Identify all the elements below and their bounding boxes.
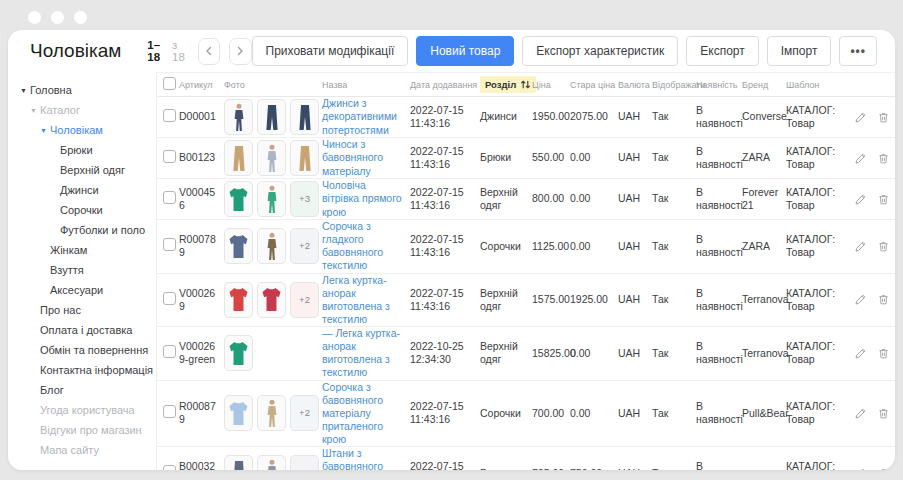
delete-icon[interactable] <box>877 152 890 165</box>
product-photo-thumbnail <box>257 181 286 217</box>
delete-icon[interactable] <box>877 467 890 470</box>
edit-icon[interactable] <box>854 407 867 420</box>
row-checkbox[interactable] <box>163 109 176 122</box>
row-checkbox[interactable] <box>163 238 176 251</box>
row-checkbox[interactable] <box>163 150 176 163</box>
sidebar-item[interactable]: ▼ Брюки <box>8 140 156 160</box>
sidebar-item[interactable]: ▼ Контактна інформація <box>8 360 156 380</box>
page-title: Чоловікам <box>30 40 121 62</box>
row-price: 700.00 <box>532 407 570 420</box>
edit-icon[interactable] <box>854 347 867 360</box>
column-header-section[interactable]: Розділ <box>480 76 532 93</box>
row-photos: +2 <box>224 395 317 431</box>
sidebar-item[interactable]: ▼ Футболки и поло <box>8 220 156 240</box>
product-name-link[interactable]: Сорочка з бавовняного матеріалу притален… <box>322 381 383 446</box>
sidebar-item[interactable]: ▼ Про нас <box>8 300 156 320</box>
chevron-down-icon: ▼ <box>20 87 30 94</box>
row-checkbox[interactable] <box>163 345 176 358</box>
export-characteristics-button[interactable]: Експорт характеристик <box>522 36 678 66</box>
select-all-checkbox[interactable] <box>163 77 176 90</box>
edit-icon[interactable] <box>854 240 867 253</box>
more-actions-button[interactable]: ••• <box>839 36 877 66</box>
sidebar-item[interactable]: ▼ Аксесуари <box>8 280 156 300</box>
product-name-link[interactable]: Штани з бавовняного матеріалу прямого кр… <box>322 447 389 470</box>
row-date: 2022-07-15 11:43:16 <box>410 145 480 171</box>
sidebar-item[interactable]: ▼ Верхній одяг <box>8 160 156 180</box>
column-header-brand[interactable]: Бренд <box>742 80 786 90</box>
sidebar-item[interactable]: ▼ Взуття <box>8 260 156 280</box>
sidebar-item[interactable]: ▼ Каталог <box>8 100 156 120</box>
product-name-link[interactable]: Чиноси з бавовняного матеріалу <box>322 138 383 176</box>
row-date: 2022-07-15 11:43:16 <box>410 186 480 212</box>
product-name-link[interactable]: Джинси з декоративними потертостями <box>322 97 397 135</box>
pagination-next-button[interactable] <box>229 38 251 65</box>
column-header-display[interactable]: Відображати <box>652 80 696 90</box>
more-photos-badge: +2 <box>290 395 319 431</box>
row-checkbox[interactable] <box>163 465 176 470</box>
row-template: КАТАЛОГ: Товар <box>786 233 848 259</box>
sidebar-item[interactable]: ▼ Блог <box>8 380 156 400</box>
hide-modifications-button[interactable]: Приховати модифікації <box>252 36 409 66</box>
edit-icon[interactable] <box>854 152 867 165</box>
row-sku: D00001 <box>179 110 224 123</box>
table-row: R000879 +2 Сорочка з бавовняного матеріа… <box>157 381 895 448</box>
row-checkbox[interactable] <box>163 292 176 305</box>
delete-icon[interactable] <box>877 407 890 420</box>
product-photo-thumbnail <box>224 140 253 176</box>
export-button[interactable]: Експорт <box>686 36 758 66</box>
sidebar-item[interactable]: ▼ Джинси <box>8 180 156 200</box>
column-header-photo[interactable]: Фото <box>224 80 322 90</box>
sidebar-item[interactable]: ▼ Сорочки <box>8 200 156 220</box>
column-header-price[interactable]: Ціна <box>532 80 570 90</box>
sidebar-item[interactable]: ▼ Жінкам <box>8 240 156 260</box>
delete-icon[interactable] <box>877 347 890 360</box>
row-photos: +2 <box>224 455 317 470</box>
sidebar-item[interactable]: ▼ Відгуки про магазин <box>8 420 156 440</box>
product-name-link[interactable]: Сорочка з гладкого бавовняного текстилю <box>322 220 383 271</box>
product-name-link[interactable]: — Легка куртка-анорак виготовлена з текс… <box>322 327 400 378</box>
row-availability: В наявності <box>696 340 742 366</box>
sidebar-item[interactable]: ▼ Головна <box>8 80 156 100</box>
sidebar-item[interactable]: ▼ Обмін та повернення <box>8 340 156 360</box>
row-brand: Terranova <box>742 347 786 360</box>
delete-icon[interactable] <box>877 240 890 253</box>
row-checkbox[interactable] <box>163 191 176 204</box>
column-header-name[interactable]: Назва <box>322 80 410 90</box>
sidebar-item[interactable]: ▼ Оплата і доставка <box>8 320 156 340</box>
delete-icon[interactable] <box>877 193 890 206</box>
new-product-button[interactable]: Новий товар <box>416 36 514 66</box>
edit-icon[interactable] <box>854 193 867 206</box>
delete-icon[interactable] <box>877 111 890 124</box>
product-name-link[interactable]: Легка куртка-анорак виготовлена з тексти… <box>322 274 390 325</box>
edit-icon[interactable] <box>854 467 867 470</box>
sidebar-item[interactable]: ▼ Мапа сайту <box>8 440 156 460</box>
row-currency: UAH <box>618 240 652 253</box>
row-section: Брюки <box>480 467 532 470</box>
row-sku: B000321 <box>179 460 224 470</box>
sidebar-item[interactable]: ▼ Чоловікам <box>8 120 156 140</box>
row-old-price: 750.00 <box>570 467 618 470</box>
column-header-sku[interactable]: Артикул <box>179 80 224 90</box>
delete-icon[interactable] <box>877 293 890 306</box>
row-checkbox[interactable] <box>163 405 176 418</box>
row-currency: UAH <box>618 467 652 470</box>
column-header-template[interactable]: Шаблон <box>786 80 848 90</box>
row-price: 725.00 <box>532 467 570 470</box>
edit-icon[interactable] <box>854 111 867 124</box>
product-photo-thumbnail <box>257 99 286 135</box>
column-header-old-price[interactable]: Стара ціна <box>570 80 618 90</box>
sidebar-item[interactable]: ▼ Угода користувача <box>8 400 156 420</box>
product-name-link[interactable]: Чоловіча вітрівка прямого крою <box>322 179 402 217</box>
row-template: КАТАЛОГ: Товар <box>786 400 848 426</box>
edit-icon[interactable] <box>854 293 867 306</box>
row-sku: V000456 <box>179 186 224 212</box>
row-section: Брюки <box>480 151 532 164</box>
row-template: КАТАЛОГ: Товар <box>786 340 848 366</box>
product-photo-thumbnail <box>224 335 253 371</box>
pagination-prev-button[interactable] <box>198 38 220 65</box>
import-button[interactable]: Імпорт <box>767 36 832 66</box>
column-header-date[interactable]: Дата додавання <box>410 80 480 90</box>
column-header-currency[interactable]: Валюта <box>618 80 652 90</box>
column-header-availability[interactable]: Наявність <box>696 80 742 90</box>
row-price: 15825.00 <box>532 347 570 360</box>
